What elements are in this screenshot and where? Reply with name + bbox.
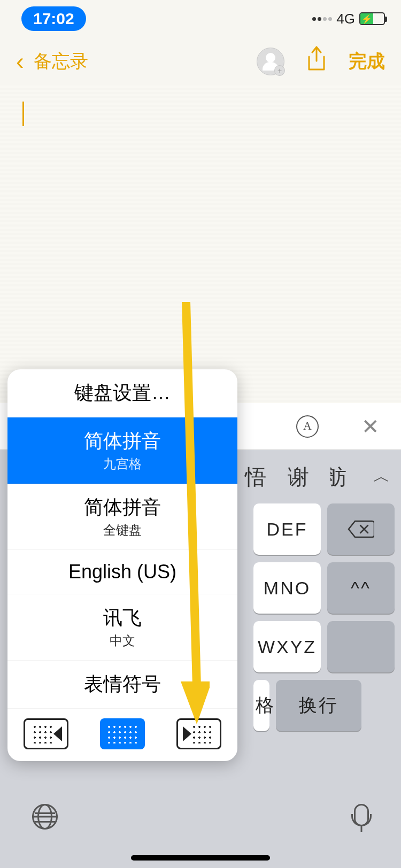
text-cursor <box>22 102 24 126</box>
back-title[interactable]: 备忘录 <box>34 49 88 74</box>
globe-icon[interactable] <box>32 804 58 830</box>
keyboard-switcher-popup: 键盘设置… 简体拼音 九宫格 简体拼音 全键盘 English (US) 讯飞 … <box>7 369 237 761</box>
back-chevron-icon[interactable]: ‹ <box>16 48 24 75</box>
key-emoji[interactable]: ^^ <box>327 562 395 614</box>
signal-icon <box>312 17 332 21</box>
keyboard-dock-row <box>7 709 237 761</box>
candidate-3[interactable]: 舫 <box>330 462 346 492</box>
status-right: 4G ⚡ <box>312 11 385 27</box>
keyboard-option-emoji[interactable]: 表情符号 <box>7 661 237 709</box>
expand-candidates-icon[interactable]: ︿ <box>373 465 390 489</box>
dismiss-keyboard-icon[interactable]: ✕ <box>361 414 380 439</box>
candidate-1[interactable]: 悟 <box>245 462 266 492</box>
key-space-partial[interactable]: 格 <box>253 680 269 731</box>
key-backspace[interactable] <box>327 503 395 555</box>
key-wxyz[interactable]: WXYZ <box>253 621 321 672</box>
keyboard-option-english-us[interactable]: English (US) <box>7 550 237 594</box>
keyboard-option-pinyin-full[interactable]: 简体拼音 全键盘 <box>7 484 237 550</box>
nav-bar: ‹ 备忘录 + 完成 <box>0 37 401 86</box>
keyboard-option-pinyin-9key[interactable]: 简体拼音 九宫格 <box>7 417 237 484</box>
done-button[interactable]: 完成 <box>349 49 385 74</box>
home-indicator <box>131 855 270 861</box>
candidate-2[interactable]: 谢 <box>288 462 309 492</box>
key-def[interactable]: DEF <box>253 503 321 555</box>
share-icon[interactable] <box>306 46 327 77</box>
battery-icon: ⚡ <box>359 12 385 25</box>
dock-left-icon[interactable] <box>24 718 68 749</box>
key-enter-top[interactable] <box>327 621 395 672</box>
status-time: 17:02 <box>21 6 86 31</box>
key-enter[interactable]: 换行 <box>276 680 361 731</box>
handwriting-icon[interactable] <box>296 415 319 438</box>
dock-full-icon[interactable] <box>100 718 145 749</box>
keyboard-settings-item[interactable]: 键盘设置… <box>7 369 237 417</box>
key-mno[interactable]: MNO <box>253 562 321 614</box>
dock-right-icon[interactable] <box>176 718 221 749</box>
status-bar: 17:02 4G ⚡ <box>0 0 401 37</box>
mic-icon[interactable] <box>354 804 369 826</box>
add-person-button[interactable]: + <box>257 48 284 75</box>
keyboard-option-xunfei[interactable]: 讯飞 中文 <box>7 594 237 661</box>
network-label: 4G <box>336 11 355 27</box>
